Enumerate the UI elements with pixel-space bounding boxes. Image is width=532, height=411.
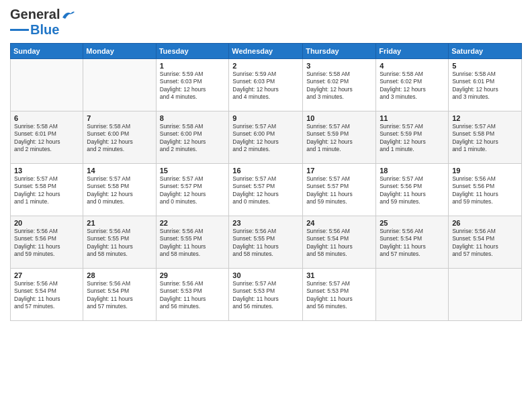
day-number: 29 <box>160 271 226 279</box>
calendar-cell <box>83 59 156 111</box>
day-info: Sunrise: 5:57 AMSunset: 5:59 PMDaylight:… <box>306 123 372 154</box>
day-number: 13 <box>14 167 79 175</box>
day-info: Sunrise: 5:57 AMSunset: 5:59 PMDaylight:… <box>380 123 445 154</box>
day-number: 27 <box>14 271 79 279</box>
day-info: Sunrise: 5:57 AMSunset: 5:58 PMDaylight:… <box>452 123 518 154</box>
day-info: Sunrise: 5:56 AMSunset: 5:54 PMDaylight:… <box>14 280 79 311</box>
day-number: 30 <box>232 271 299 279</box>
day-number: 9 <box>232 114 299 122</box>
day-info: Sunrise: 5:58 AMSunset: 6:02 PMDaylight:… <box>380 71 445 101</box>
calendar-cell: 5Sunrise: 5:58 AMSunset: 6:01 PMDaylight… <box>449 59 522 111</box>
weekday-header: Saturday <box>449 44 522 59</box>
calendar-cell: 17Sunrise: 5:57 AMSunset: 5:57 PMDayligh… <box>303 164 376 216</box>
day-number: 21 <box>87 219 152 227</box>
calendar-cell: 22Sunrise: 5:56 AMSunset: 5:55 PMDayligh… <box>156 216 229 269</box>
day-info: Sunrise: 5:57 AMSunset: 5:53 PMDaylight:… <box>306 280 372 311</box>
day-number: 25 <box>380 219 445 227</box>
calendar-week-row: 13Sunrise: 5:57 AMSunset: 5:58 PMDayligh… <box>11 164 522 216</box>
day-info: Sunrise: 5:58 AMSunset: 6:01 PMDaylight:… <box>14 123 79 154</box>
day-info: Sunrise: 5:56 AMSunset: 5:55 PMDaylight:… <box>87 228 152 259</box>
day-info: Sunrise: 5:57 AMSunset: 5:56 PMDaylight:… <box>380 175 445 206</box>
calendar-cell: 30Sunrise: 5:57 AMSunset: 5:53 PMDayligh… <box>229 269 303 321</box>
day-info: Sunrise: 5:56 AMSunset: 5:54 PMDaylight:… <box>87 280 152 311</box>
day-info: Sunrise: 5:57 AMSunset: 5:57 PMDaylight:… <box>306 175 372 206</box>
day-number: 6 <box>14 114 79 122</box>
day-number: 2 <box>232 62 299 70</box>
day-number: 5 <box>452 62 518 70</box>
day-info: Sunrise: 5:56 AMSunset: 5:54 PMDaylight:… <box>380 228 445 259</box>
calendar-cell <box>376 269 449 321</box>
weekday-header: Thursday <box>303 44 376 59</box>
page: General Blue SundayMondayTuesdayWednesda… <box>0 0 532 328</box>
day-number: 17 <box>306 167 372 175</box>
calendar-cell: 2Sunrise: 5:59 AMSunset: 6:03 PMDaylight… <box>229 59 303 111</box>
day-number: 31 <box>306 271 372 279</box>
calendar-week-row: 20Sunrise: 5:56 AMSunset: 5:56 PMDayligh… <box>11 216 522 269</box>
calendar-cell: 11Sunrise: 5:57 AMSunset: 5:59 PMDayligh… <box>376 111 449 164</box>
logo: General Blue <box>10 7 76 38</box>
day-info: Sunrise: 5:56 AMSunset: 5:53 PMDaylight:… <box>160 280 226 311</box>
day-info: Sunrise: 5:57 AMSunset: 5:57 PMDaylight:… <box>160 175 226 206</box>
calendar-header-row: SundayMondayTuesdayWednesdayThursdayFrid… <box>11 44 522 59</box>
calendar-cell: 23Sunrise: 5:56 AMSunset: 5:55 PMDayligh… <box>229 216 303 269</box>
day-info: Sunrise: 5:56 AMSunset: 5:55 PMDaylight:… <box>160 228 226 259</box>
day-info: Sunrise: 5:58 AMSunset: 6:00 PMDaylight:… <box>160 123 226 154</box>
day-info: Sunrise: 5:56 AMSunset: 5:54 PMDaylight:… <box>452 228 518 259</box>
day-number: 24 <box>306 219 372 227</box>
weekday-header: Sunday <box>11 44 83 59</box>
day-info: Sunrise: 5:57 AMSunset: 5:57 PMDaylight:… <box>232 175 299 206</box>
day-number: 18 <box>380 167 445 175</box>
day-info: Sunrise: 5:56 AMSunset: 5:55 PMDaylight:… <box>232 228 299 259</box>
day-info: Sunrise: 5:57 AMSunset: 5:58 PMDaylight:… <box>14 175 79 206</box>
calendar-cell: 27Sunrise: 5:56 AMSunset: 5:54 PMDayligh… <box>11 269 83 321</box>
logo-general: General <box>10 7 60 22</box>
logo-line-accent <box>10 29 29 31</box>
calendar-week-row: 1Sunrise: 5:59 AMSunset: 6:03 PMDaylight… <box>11 59 522 111</box>
calendar-cell: 19Sunrise: 5:56 AMSunset: 5:56 PMDayligh… <box>449 164 522 216</box>
day-info: Sunrise: 5:56 AMSunset: 5:54 PMDaylight:… <box>306 228 372 259</box>
calendar-cell: 14Sunrise: 5:57 AMSunset: 5:58 PMDayligh… <box>83 164 156 216</box>
calendar-cell: 3Sunrise: 5:58 AMSunset: 6:02 PMDaylight… <box>303 59 376 111</box>
day-info: Sunrise: 5:56 AMSunset: 5:56 PMDaylight:… <box>14 228 79 259</box>
day-number: 22 <box>160 219 226 227</box>
calendar-cell: 8Sunrise: 5:58 AMSunset: 6:00 PMDaylight… <box>156 111 229 164</box>
calendar-cell <box>449 269 522 321</box>
day-number: 12 <box>452 114 518 122</box>
day-number: 8 <box>160 114 226 122</box>
day-number: 26 <box>452 219 518 227</box>
calendar-cell: 6Sunrise: 5:58 AMSunset: 6:01 PMDaylight… <box>11 111 83 164</box>
day-info: Sunrise: 5:59 AMSunset: 6:03 PMDaylight:… <box>232 71 299 101</box>
calendar-cell: 26Sunrise: 5:56 AMSunset: 5:54 PMDayligh… <box>449 216 522 269</box>
calendar-cell: 16Sunrise: 5:57 AMSunset: 5:57 PMDayligh… <box>229 164 303 216</box>
day-number: 19 <box>452 167 518 175</box>
weekday-header: Friday <box>376 44 449 59</box>
calendar-cell <box>11 59 83 111</box>
day-number: 7 <box>87 114 152 122</box>
calendar-cell: 4Sunrise: 5:58 AMSunset: 6:02 PMDaylight… <box>376 59 449 111</box>
calendar-week-row: 6Sunrise: 5:58 AMSunset: 6:01 PMDaylight… <box>11 111 522 164</box>
calendar-table: SundayMondayTuesdayWednesdayThursdayFrid… <box>10 43 522 321</box>
day-number: 10 <box>306 114 372 122</box>
day-number: 15 <box>160 167 226 175</box>
calendar-cell: 10Sunrise: 5:57 AMSunset: 5:59 PMDayligh… <box>303 111 376 164</box>
day-number: 11 <box>380 114 445 122</box>
calendar-cell: 9Sunrise: 5:57 AMSunset: 6:00 PMDaylight… <box>229 111 303 164</box>
day-number: 16 <box>232 167 299 175</box>
calendar-cell: 15Sunrise: 5:57 AMSunset: 5:57 PMDayligh… <box>156 164 229 216</box>
day-info: Sunrise: 5:57 AMSunset: 5:53 PMDaylight:… <box>232 280 299 311</box>
header: General Blue <box>10 7 522 38</box>
calendar-cell: 24Sunrise: 5:56 AMSunset: 5:54 PMDayligh… <box>303 216 376 269</box>
calendar-week-row: 27Sunrise: 5:56 AMSunset: 5:54 PMDayligh… <box>11 269 522 321</box>
weekday-header: Wednesday <box>229 44 303 59</box>
calendar-cell: 18Sunrise: 5:57 AMSunset: 5:56 PMDayligh… <box>376 164 449 216</box>
calendar-cell: 29Sunrise: 5:56 AMSunset: 5:53 PMDayligh… <box>156 269 229 321</box>
calendar-cell: 13Sunrise: 5:57 AMSunset: 5:58 PMDayligh… <box>11 164 83 216</box>
calendar-cell: 25Sunrise: 5:56 AMSunset: 5:54 PMDayligh… <box>376 216 449 269</box>
day-info: Sunrise: 5:58 AMSunset: 6:01 PMDaylight:… <box>452 71 518 101</box>
day-info: Sunrise: 5:58 AMSunset: 6:00 PMDaylight:… <box>87 123 152 154</box>
logo-blue: Blue <box>30 22 59 38</box>
day-number: 14 <box>87 167 152 175</box>
logo-bird-icon <box>61 9 76 20</box>
day-number: 20 <box>14 219 79 227</box>
weekday-header: Monday <box>83 44 156 59</box>
